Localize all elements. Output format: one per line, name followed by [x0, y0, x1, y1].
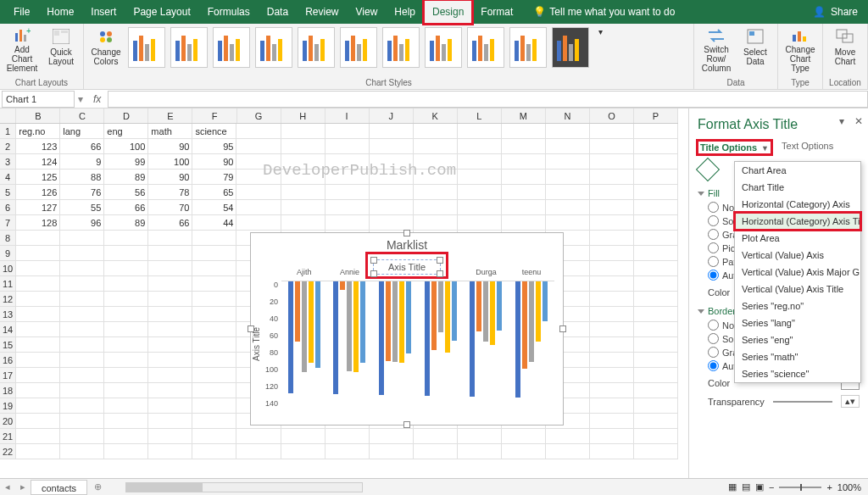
cell[interactable]: [148, 383, 192, 398]
tab-home[interactable]: Home: [38, 0, 82, 24]
bar[interactable]: [542, 281, 548, 321]
cell[interactable]: math: [148, 124, 192, 139]
cell[interactable]: [546, 429, 590, 444]
row-header[interactable]: 8: [0, 231, 16, 246]
cell[interactable]: [370, 429, 414, 444]
namebox-dropdown-icon[interactable]: ▾: [75, 93, 86, 105]
bar[interactable]: [309, 281, 314, 363]
cell[interactable]: [634, 429, 678, 444]
cell[interactable]: [60, 276, 104, 292]
cell[interactable]: [590, 444, 634, 459]
bar-group[interactable]: Annie: [333, 281, 365, 394]
col-I[interactable]: I: [326, 108, 370, 123]
cell[interactable]: [634, 337, 678, 353]
cell[interactable]: 96: [60, 215, 104, 231]
cell[interactable]: [104, 353, 148, 368]
row-header[interactable]: 2: [0, 139, 16, 154]
cell[interactable]: [16, 398, 60, 414]
cell[interactable]: [458, 185, 502, 200]
cell[interactable]: [192, 246, 236, 261]
cell[interactable]: [192, 322, 236, 337]
cell[interactable]: [60, 246, 104, 261]
tab-format[interactable]: Format: [472, 0, 521, 24]
cell[interactable]: [590, 231, 634, 246]
tab-help[interactable]: Help: [386, 0, 424, 24]
cell[interactable]: science: [192, 124, 236, 139]
bar[interactable]: [353, 281, 359, 372]
cell[interactable]: [148, 231, 192, 246]
cell[interactable]: [502, 200, 546, 215]
tab-insert[interactable]: Insert: [82, 0, 125, 24]
cell[interactable]: 90: [148, 139, 192, 154]
col-H[interactable]: H: [281, 108, 326, 123]
row-header[interactable]: 14: [0, 322, 16, 337]
cell[interactable]: [590, 383, 634, 398]
cell[interactable]: [148, 429, 192, 444]
cell[interactable]: 123: [16, 139, 60, 154]
tab-file[interactable]: File: [5, 0, 38, 24]
cell[interactable]: 66: [104, 200, 148, 215]
col-P[interactable]: P: [634, 108, 678, 123]
embedded-chart[interactable]: Marklist Axis Title Axis Title 020406080…: [250, 232, 564, 425]
dropdown-item[interactable]: Horizontal (Category) Axis Title: [735, 213, 860, 230]
cell[interactable]: [414, 154, 458, 170]
cell[interactable]: 89: [104, 170, 148, 185]
cell[interactable]: [16, 322, 60, 337]
cell[interactable]: [326, 170, 370, 185]
cell[interactable]: [148, 276, 192, 292]
cell[interactable]: [634, 276, 678, 292]
cell[interactable]: [104, 368, 148, 383]
cell[interactable]: [546, 139, 590, 154]
zoom-in-button[interactable]: +: [826, 482, 832, 492]
text-options-tab[interactable]: Text Options: [782, 141, 833, 154]
col-F[interactable]: F: [192, 108, 236, 123]
bar[interactable]: [431, 281, 437, 350]
cell[interactable]: [634, 414, 678, 429]
cell[interactable]: [546, 215, 590, 231]
chart-style-11[interactable]: [552, 27, 589, 68]
row-header[interactable]: 7: [0, 215, 16, 231]
select-data-button[interactable]: Select Data: [737, 25, 773, 73]
pane-options-icon[interactable]: ▾: [839, 115, 844, 127]
cell[interactable]: [16, 337, 60, 353]
bar[interactable]: [490, 281, 495, 345]
view-layout-icon[interactable]: ▤: [742, 481, 750, 492]
cell[interactable]: [414, 170, 458, 185]
name-box[interactable]: Chart 1: [2, 91, 75, 108]
cell[interactable]: 44: [192, 215, 236, 231]
chart-handle-n[interactable]: [403, 230, 410, 236]
bar[interactable]: [438, 281, 443, 332]
bar[interactable]: [347, 281, 352, 371]
dropdown-item[interactable]: Horizontal (Category) Axis: [735, 196, 860, 213]
chart-element-dropdown[interactable]: Chart AreaChart TitleHorizontal (Categor…: [734, 161, 861, 383]
cell[interactable]: [104, 292, 148, 307]
tab-view[interactable]: View: [348, 0, 387, 24]
bar[interactable]: [392, 281, 398, 362]
formula-bar[interactable]: [108, 91, 868, 108]
cell[interactable]: [148, 398, 192, 414]
switch-row-column-button[interactable]: Switch Row/ Column: [698, 25, 734, 73]
chart-handle-e[interactable]: [559, 325, 566, 332]
cell[interactable]: [16, 276, 60, 292]
cell[interactable]: [281, 185, 326, 200]
cell[interactable]: 66: [148, 215, 192, 231]
bar-group[interactable]: Durga: [470, 281, 502, 397]
cell[interactable]: 124: [16, 154, 60, 170]
bar[interactable]: [515, 281, 520, 398]
share-button[interactable]: Share: [831, 6, 858, 18]
cell[interactable]: [634, 368, 678, 383]
cell[interactable]: [590, 261, 634, 276]
cell[interactable]: [502, 215, 546, 231]
cell[interactable]: [502, 124, 546, 139]
cell[interactable]: lang: [60, 124, 104, 139]
cell[interactable]: [590, 200, 634, 215]
cell[interactable]: [60, 322, 104, 337]
col-D[interactable]: D: [104, 108, 148, 123]
cell[interactable]: [634, 398, 678, 414]
fx-icon[interactable]: fx: [93, 93, 101, 105]
cell[interactable]: [326, 215, 370, 231]
cell[interactable]: [502, 444, 546, 459]
cell[interactable]: [236, 200, 281, 215]
bar[interactable]: [445, 281, 450, 353]
cell[interactable]: [60, 261, 104, 276]
